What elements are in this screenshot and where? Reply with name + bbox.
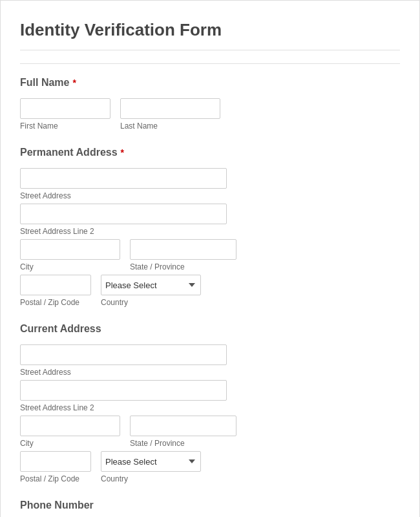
full-name-required: * — [72, 78, 76, 88]
name-inputs-row: First Name Last Name — [20, 98, 400, 131]
full-name-title: Full Name * — [20, 77, 400, 89]
title-divider — [20, 63, 400, 64]
perm-city-state-row: City State / Province — [20, 239, 400, 271]
curr-street2-input[interactable] — [20, 380, 227, 401]
page-container: Identity Verification Form Full Name * F… — [0, 0, 420, 517]
perm-city-input[interactable] — [20, 239, 120, 260]
perm-street-input[interactable] — [20, 168, 227, 189]
curr-state-group: State / Province — [130, 416, 236, 448]
perm-zip-input[interactable] — [20, 275, 91, 295]
curr-city-input[interactable] — [20, 416, 120, 436]
page-title: Identity Verification Form — [20, 20, 400, 50]
curr-country-select[interactable]: Please Select United States Canada Unite… — [101, 451, 201, 472]
perm-street-label: Street Address — [20, 191, 400, 200]
perm-street2-label: Street Address Line 2 — [20, 227, 400, 236]
phone-number-section: Phone Number — [20, 500, 400, 517]
curr-zip-input[interactable] — [20, 451, 91, 472]
perm-street2-group: Street Address Line 2 — [20, 204, 400, 236]
permanent-address-section: Permanent Address * Street Address Stree… — [20, 147, 400, 307]
perm-city-label: City — [20, 262, 120, 271]
curr-country-group: Please Select United States Canada Unite… — [101, 451, 201, 483]
perm-country-select[interactable]: Please Select United States Canada Unite… — [101, 275, 201, 295]
phone-number-label: Phone Number — [20, 500, 94, 511]
perm-street-group: Street Address — [20, 168, 400, 200]
current-address-section: Current Address Street Address Street Ad… — [20, 323, 400, 483]
perm-zip-country-row: Postal / Zip Code Please Select United S… — [20, 275, 400, 307]
curr-zip-country-row: Postal / Zip Code Please Select United S… — [20, 451, 400, 483]
permanent-address-title: Permanent Address * — [20, 147, 400, 158]
last-name-label: Last Name — [120, 121, 220, 131]
curr-state-input[interactable] — [130, 416, 236, 436]
curr-zip-group: Postal / Zip Code — [20, 451, 91, 483]
perm-state-label: State / Province — [130, 262, 236, 271]
last-name-input[interactable] — [120, 98, 220, 119]
perm-city-group: City — [20, 239, 120, 271]
curr-street2-label: Street Address Line 2 — [20, 403, 400, 412]
permanent-address-label: Permanent Address — [20, 147, 118, 158]
perm-street2-input[interactable] — [20, 204, 227, 224]
current-address-label: Current Address — [20, 323, 101, 335]
last-name-group: Last Name — [120, 98, 220, 131]
full-name-section: Full Name * First Name Last Name — [20, 77, 400, 131]
first-name-label: First Name — [20, 121, 110, 131]
curr-zip-label: Postal / Zip Code — [20, 474, 91, 483]
current-address-title: Current Address — [20, 323, 400, 335]
curr-country-label: Country — [101, 474, 201, 483]
perm-zip-label: Postal / Zip Code — [20, 298, 91, 307]
perm-zip-group: Postal / Zip Code — [20, 275, 91, 307]
perm-state-input[interactable] — [130, 239, 236, 260]
perm-country-group: Please Select United States Canada Unite… — [101, 275, 201, 307]
full-name-label: Full Name — [20, 77, 69, 89]
first-name-group: First Name — [20, 98, 110, 131]
curr-street2-group: Street Address Line 2 — [20, 380, 400, 412]
phone-number-title: Phone Number — [20, 500, 400, 511]
first-name-input[interactable] — [20, 98, 110, 119]
perm-country-label: Country — [101, 298, 201, 307]
curr-city-group: City — [20, 416, 120, 448]
curr-city-label: City — [20, 439, 120, 448]
curr-city-state-row: City State / Province — [20, 416, 400, 448]
perm-state-group: State / Province — [130, 239, 236, 271]
curr-street-input[interactable] — [20, 344, 227, 365]
permanent-address-required: * — [121, 147, 124, 158]
curr-state-label: State / Province — [130, 439, 236, 448]
curr-street-label: Street Address — [20, 368, 400, 377]
curr-street-group: Street Address — [20, 344, 400, 377]
